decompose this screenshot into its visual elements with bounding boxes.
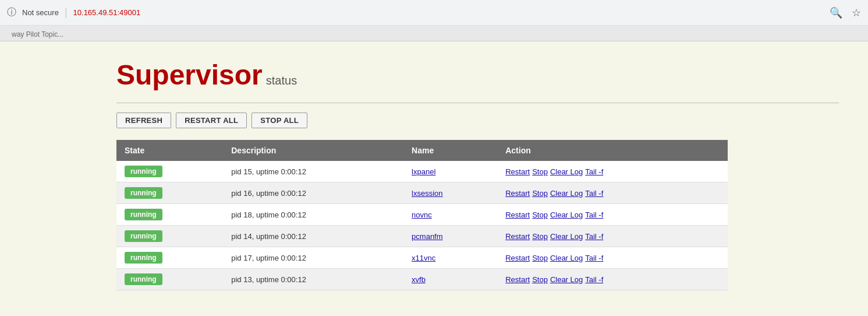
action-cell: RestartStopClear LogTail -f [497, 161, 728, 182]
action-link-clear-log[interactable]: Clear Log [550, 167, 583, 176]
col-name: Name [403, 140, 497, 161]
action-link-stop[interactable]: Stop [532, 232, 548, 241]
action-link-clear-log[interactable]: Clear Log [550, 232, 583, 241]
col-action: Action [497, 140, 728, 161]
action-link-tail--f[interactable]: Tail -f [585, 254, 603, 262]
process-name-link[interactable]: lxsession [412, 189, 442, 198]
action-link-clear-log[interactable]: Clear Log [550, 210, 583, 219]
name-cell: lxpanel [403, 161, 497, 182]
url-base: 10.165.49.51 [73, 8, 118, 17]
state-badge: running [125, 166, 162, 177]
state-cell: running [116, 161, 223, 182]
table-row: runningpid 18, uptime 0:00:12novncRestar… [116, 204, 728, 226]
action-link-clear-log[interactable]: Clear Log [550, 275, 583, 284]
action-link-stop[interactable]: Stop [532, 275, 548, 284]
description-cell: pid 14, uptime 0:00:12 [223, 226, 403, 247]
action-link-tail--f[interactable]: Tail -f [585, 275, 603, 284]
name-cell: pcmanfm [403, 226, 497, 247]
process-name-link[interactable]: xvfb [412, 275, 426, 284]
state-badge: running [125, 252, 162, 264]
restart-all-button[interactable]: RESTART ALL [176, 113, 247, 128]
name-cell: lxsession [403, 182, 497, 204]
action-link-stop[interactable]: Stop [532, 210, 548, 219]
state-cell: running [116, 204, 223, 226]
state-badge: running [125, 187, 162, 199]
url-port: :49001 [117, 8, 140, 17]
name-cell: x11vnc [403, 247, 497, 269]
action-link-clear-log[interactable]: Clear Log [550, 254, 583, 262]
page-content: Supervisor status REFRESH RESTART ALL ST… [0, 41, 868, 314]
state-cell: running [116, 226, 223, 247]
process-name-link[interactable]: lxpanel [412, 167, 435, 176]
table-header: State Description Name Action [116, 140, 728, 161]
process-name-link[interactable]: novnc [412, 210, 432, 219]
action-cell: RestartStopClear LogTail -f [497, 182, 728, 204]
action-cell: RestartStopClear LogTail -f [497, 204, 728, 226]
table-row: runningpid 15, uptime 0:00:12lxpanelRest… [116, 161, 728, 182]
action-link-stop[interactable]: Stop [532, 254, 548, 262]
url-separator: | [65, 6, 68, 19]
action-link-restart[interactable]: Restart [505, 210, 530, 219]
table-row: runningpid 14, uptime 0:00:12pcmanfmRest… [116, 226, 728, 247]
description-cell: pid 13, uptime 0:00:12 [223, 269, 403, 290]
browser-bar: ⓘ Not secure | 10.165.49.51:49001 🔍 ☆ [0, 0, 868, 26]
refresh-button[interactable]: REFRESH [116, 113, 171, 128]
browser-icons: 🔍 ☆ [830, 6, 861, 19]
action-link-stop[interactable]: Stop [532, 167, 548, 176]
table-row: runningpid 17, uptime 0:00:12x11vncResta… [116, 247, 728, 269]
supervisor-subtitle: status [266, 74, 297, 87]
name-cell: novnc [403, 204, 497, 226]
action-cell: RestartStopClear LogTail -f [497, 269, 728, 290]
action-link-tail--f[interactable]: Tail -f [585, 232, 603, 241]
stop-all-button[interactable]: STOP ALL [251, 113, 307, 128]
table-row: runningpid 13, uptime 0:00:12xvfbRestart… [116, 269, 728, 290]
table-header-row: State Description Name Action [116, 140, 728, 161]
state-badge: running [125, 209, 162, 220]
description-cell: pid 18, uptime 0:00:12 [223, 204, 403, 226]
action-link-restart[interactable]: Restart [505, 275, 530, 284]
action-link-stop[interactable]: Stop [532, 189, 548, 198]
state-cell: running [116, 269, 223, 290]
action-link-restart[interactable]: Restart [505, 232, 530, 241]
bookmark-icon[interactable]: ☆ [852, 6, 861, 19]
not-secure-label: Not secure [22, 8, 59, 17]
action-link-tail--f[interactable]: Tail -f [585, 167, 603, 176]
process-name-link[interactable]: pcmanfm [412, 232, 442, 241]
tab-bar: way Pilot Topic... [0, 26, 868, 41]
info-icon: ⓘ [7, 6, 16, 19]
action-link-restart[interactable]: Restart [505, 254, 530, 262]
supervisor-header: Supervisor status [116, 59, 839, 91]
action-link-clear-log[interactable]: Clear Log [550, 189, 583, 198]
description-cell: pid 15, uptime 0:00:12 [223, 161, 403, 182]
state-cell: running [116, 247, 223, 269]
action-cell: RestartStopClear LogTail -f [497, 247, 728, 269]
table-body: runningpid 15, uptime 0:00:12lxpanelRest… [116, 161, 728, 290]
action-link-tail--f[interactable]: Tail -f [585, 210, 603, 219]
col-description: Description [223, 140, 403, 161]
action-cell: RestartStopClear LogTail -f [497, 226, 728, 247]
table-row: runningpid 16, uptime 0:00:12lxsessionRe… [116, 182, 728, 204]
action-link-restart[interactable]: Restart [505, 189, 530, 198]
action-link-restart[interactable]: Restart [505, 167, 530, 176]
col-state: State [116, 140, 223, 161]
url-display[interactable]: 10.165.49.51:49001 [73, 8, 141, 17]
process-name-link[interactable]: x11vnc [412, 254, 435, 262]
process-table: State Description Name Action runningpid… [116, 140, 728, 290]
supervisor-title: Supervisor [116, 59, 263, 91]
button-bar: REFRESH RESTART ALL STOP ALL [116, 113, 839, 128]
description-cell: pid 17, uptime 0:00:12 [223, 247, 403, 269]
tab-label[interactable]: way Pilot Topic... [7, 28, 68, 41]
name-cell: xvfb [403, 269, 497, 290]
action-link-tail--f[interactable]: Tail -f [585, 189, 603, 198]
state-cell: running [116, 182, 223, 204]
search-icon[interactable]: 🔍 [830, 6, 842, 19]
state-badge: running [125, 230, 162, 242]
description-cell: pid 16, uptime 0:00:12 [223, 182, 403, 204]
header-divider [116, 103, 839, 103]
state-badge: running [125, 273, 162, 285]
